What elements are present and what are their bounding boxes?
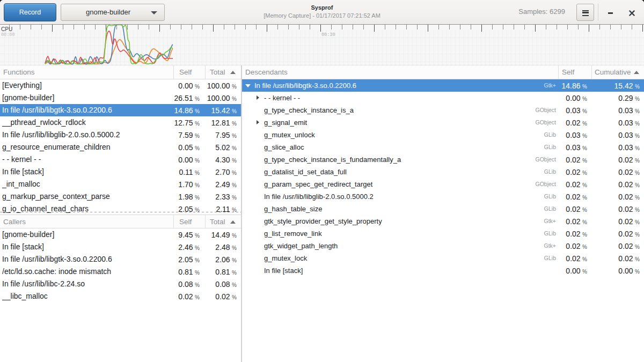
svg-text:00:00: 00:00 [1, 32, 15, 38]
svg-text:CPU: CPU [1, 26, 12, 32]
svg-text:00:30: 00:30 [321, 32, 335, 38]
